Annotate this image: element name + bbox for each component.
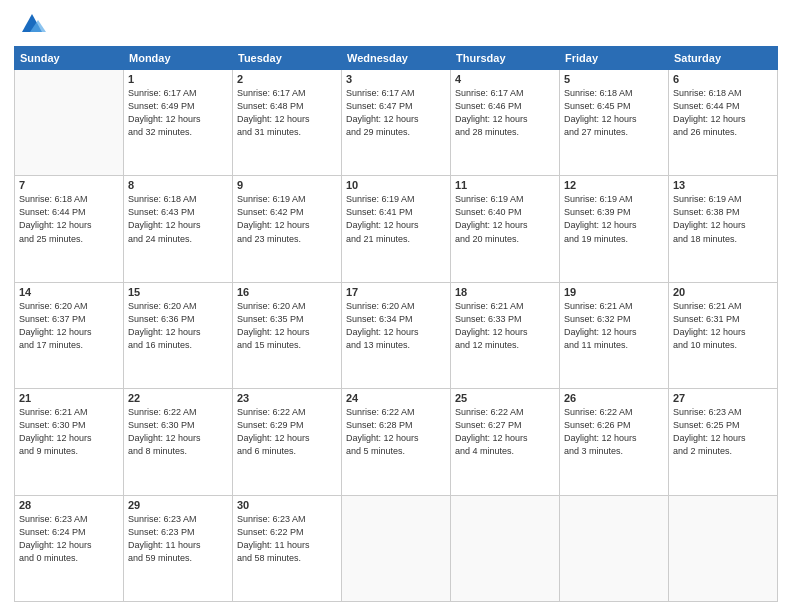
day-cell bbox=[15, 70, 124, 176]
week-row-1: 1Sunrise: 6:17 AMSunset: 6:49 PMDaylight… bbox=[15, 70, 778, 176]
day-cell: 10Sunrise: 6:19 AMSunset: 6:41 PMDayligh… bbox=[342, 176, 451, 282]
day-number: 26 bbox=[564, 392, 664, 404]
day-info: Sunrise: 6:23 AMSunset: 6:24 PMDaylight:… bbox=[19, 513, 119, 565]
day-cell: 28Sunrise: 6:23 AMSunset: 6:24 PMDayligh… bbox=[15, 495, 124, 601]
day-info: Sunrise: 6:21 AMSunset: 6:31 PMDaylight:… bbox=[673, 300, 773, 352]
day-info: Sunrise: 6:20 AMSunset: 6:36 PMDaylight:… bbox=[128, 300, 228, 352]
day-info: Sunrise: 6:18 AMSunset: 6:43 PMDaylight:… bbox=[128, 193, 228, 245]
day-info: Sunrise: 6:23 AMSunset: 6:23 PMDaylight:… bbox=[128, 513, 228, 565]
day-cell: 21Sunrise: 6:21 AMSunset: 6:30 PMDayligh… bbox=[15, 389, 124, 495]
day-number: 13 bbox=[673, 179, 773, 191]
day-cell: 13Sunrise: 6:19 AMSunset: 6:38 PMDayligh… bbox=[669, 176, 778, 282]
day-info: Sunrise: 6:18 AMSunset: 6:45 PMDaylight:… bbox=[564, 87, 664, 139]
day-number: 11 bbox=[455, 179, 555, 191]
day-cell: 25Sunrise: 6:22 AMSunset: 6:27 PMDayligh… bbox=[451, 389, 560, 495]
day-info: Sunrise: 6:17 AMSunset: 6:46 PMDaylight:… bbox=[455, 87, 555, 139]
day-number: 27 bbox=[673, 392, 773, 404]
day-info: Sunrise: 6:19 AMSunset: 6:42 PMDaylight:… bbox=[237, 193, 337, 245]
day-number: 1 bbox=[128, 73, 228, 85]
day-info: Sunrise: 6:18 AMSunset: 6:44 PMDaylight:… bbox=[673, 87, 773, 139]
day-info: Sunrise: 6:23 AMSunset: 6:22 PMDaylight:… bbox=[237, 513, 337, 565]
day-number: 4 bbox=[455, 73, 555, 85]
weekday-tuesday: Tuesday bbox=[233, 47, 342, 70]
day-info: Sunrise: 6:22 AMSunset: 6:30 PMDaylight:… bbox=[128, 406, 228, 458]
day-info: Sunrise: 6:19 AMSunset: 6:40 PMDaylight:… bbox=[455, 193, 555, 245]
day-cell: 17Sunrise: 6:20 AMSunset: 6:34 PMDayligh… bbox=[342, 282, 451, 388]
day-info: Sunrise: 6:21 AMSunset: 6:33 PMDaylight:… bbox=[455, 300, 555, 352]
header bbox=[14, 10, 778, 38]
day-cell: 9Sunrise: 6:19 AMSunset: 6:42 PMDaylight… bbox=[233, 176, 342, 282]
day-info: Sunrise: 6:21 AMSunset: 6:30 PMDaylight:… bbox=[19, 406, 119, 458]
day-info: Sunrise: 6:20 AMSunset: 6:34 PMDaylight:… bbox=[346, 300, 446, 352]
day-number: 30 bbox=[237, 499, 337, 511]
day-cell bbox=[451, 495, 560, 601]
day-number: 10 bbox=[346, 179, 446, 191]
day-cell: 23Sunrise: 6:22 AMSunset: 6:29 PMDayligh… bbox=[233, 389, 342, 495]
week-row-2: 7Sunrise: 6:18 AMSunset: 6:44 PMDaylight… bbox=[15, 176, 778, 282]
day-cell: 24Sunrise: 6:22 AMSunset: 6:28 PMDayligh… bbox=[342, 389, 451, 495]
weekday-header-row: SundayMondayTuesdayWednesdayThursdayFrid… bbox=[15, 47, 778, 70]
weekday-monday: Monday bbox=[124, 47, 233, 70]
day-info: Sunrise: 6:20 AMSunset: 6:35 PMDaylight:… bbox=[237, 300, 337, 352]
day-cell: 26Sunrise: 6:22 AMSunset: 6:26 PMDayligh… bbox=[560, 389, 669, 495]
day-number: 21 bbox=[19, 392, 119, 404]
day-cell: 8Sunrise: 6:18 AMSunset: 6:43 PMDaylight… bbox=[124, 176, 233, 282]
day-cell: 1Sunrise: 6:17 AMSunset: 6:49 PMDaylight… bbox=[124, 70, 233, 176]
day-info: Sunrise: 6:20 AMSunset: 6:37 PMDaylight:… bbox=[19, 300, 119, 352]
day-number: 2 bbox=[237, 73, 337, 85]
day-cell: 6Sunrise: 6:18 AMSunset: 6:44 PMDaylight… bbox=[669, 70, 778, 176]
day-number: 9 bbox=[237, 179, 337, 191]
day-number: 23 bbox=[237, 392, 337, 404]
day-number: 7 bbox=[19, 179, 119, 191]
day-cell: 15Sunrise: 6:20 AMSunset: 6:36 PMDayligh… bbox=[124, 282, 233, 388]
day-info: Sunrise: 6:19 AMSunset: 6:41 PMDaylight:… bbox=[346, 193, 446, 245]
day-cell: 29Sunrise: 6:23 AMSunset: 6:23 PMDayligh… bbox=[124, 495, 233, 601]
day-cell: 5Sunrise: 6:18 AMSunset: 6:45 PMDaylight… bbox=[560, 70, 669, 176]
day-number: 17 bbox=[346, 286, 446, 298]
day-info: Sunrise: 6:22 AMSunset: 6:26 PMDaylight:… bbox=[564, 406, 664, 458]
day-number: 8 bbox=[128, 179, 228, 191]
calendar-table: SundayMondayTuesdayWednesdayThursdayFrid… bbox=[14, 46, 778, 602]
day-info: Sunrise: 6:19 AMSunset: 6:39 PMDaylight:… bbox=[564, 193, 664, 245]
day-info: Sunrise: 6:22 AMSunset: 6:27 PMDaylight:… bbox=[455, 406, 555, 458]
day-number: 18 bbox=[455, 286, 555, 298]
day-info: Sunrise: 6:18 AMSunset: 6:44 PMDaylight:… bbox=[19, 193, 119, 245]
day-cell: 20Sunrise: 6:21 AMSunset: 6:31 PMDayligh… bbox=[669, 282, 778, 388]
day-cell: 4Sunrise: 6:17 AMSunset: 6:46 PMDaylight… bbox=[451, 70, 560, 176]
day-number: 25 bbox=[455, 392, 555, 404]
day-number: 28 bbox=[19, 499, 119, 511]
day-cell: 16Sunrise: 6:20 AMSunset: 6:35 PMDayligh… bbox=[233, 282, 342, 388]
logo bbox=[14, 10, 46, 38]
day-cell: 2Sunrise: 6:17 AMSunset: 6:48 PMDaylight… bbox=[233, 70, 342, 176]
day-cell: 18Sunrise: 6:21 AMSunset: 6:33 PMDayligh… bbox=[451, 282, 560, 388]
day-cell: 22Sunrise: 6:22 AMSunset: 6:30 PMDayligh… bbox=[124, 389, 233, 495]
day-number: 16 bbox=[237, 286, 337, 298]
day-info: Sunrise: 6:17 AMSunset: 6:49 PMDaylight:… bbox=[128, 87, 228, 139]
day-cell bbox=[669, 495, 778, 601]
day-number: 19 bbox=[564, 286, 664, 298]
day-info: Sunrise: 6:22 AMSunset: 6:29 PMDaylight:… bbox=[237, 406, 337, 458]
day-info: Sunrise: 6:19 AMSunset: 6:38 PMDaylight:… bbox=[673, 193, 773, 245]
weekday-saturday: Saturday bbox=[669, 47, 778, 70]
day-cell: 12Sunrise: 6:19 AMSunset: 6:39 PMDayligh… bbox=[560, 176, 669, 282]
day-info: Sunrise: 6:21 AMSunset: 6:32 PMDaylight:… bbox=[564, 300, 664, 352]
day-cell: 19Sunrise: 6:21 AMSunset: 6:32 PMDayligh… bbox=[560, 282, 669, 388]
day-number: 20 bbox=[673, 286, 773, 298]
day-cell bbox=[560, 495, 669, 601]
day-number: 15 bbox=[128, 286, 228, 298]
weekday-friday: Friday bbox=[560, 47, 669, 70]
day-cell: 7Sunrise: 6:18 AMSunset: 6:44 PMDaylight… bbox=[15, 176, 124, 282]
day-cell bbox=[342, 495, 451, 601]
day-number: 14 bbox=[19, 286, 119, 298]
week-row-3: 14Sunrise: 6:20 AMSunset: 6:37 PMDayligh… bbox=[15, 282, 778, 388]
day-cell: 14Sunrise: 6:20 AMSunset: 6:37 PMDayligh… bbox=[15, 282, 124, 388]
day-info: Sunrise: 6:22 AMSunset: 6:28 PMDaylight:… bbox=[346, 406, 446, 458]
day-cell: 11Sunrise: 6:19 AMSunset: 6:40 PMDayligh… bbox=[451, 176, 560, 282]
day-info: Sunrise: 6:17 AMSunset: 6:47 PMDaylight:… bbox=[346, 87, 446, 139]
day-number: 12 bbox=[564, 179, 664, 191]
day-cell: 3Sunrise: 6:17 AMSunset: 6:47 PMDaylight… bbox=[342, 70, 451, 176]
day-number: 6 bbox=[673, 73, 773, 85]
week-row-5: 28Sunrise: 6:23 AMSunset: 6:24 PMDayligh… bbox=[15, 495, 778, 601]
weekday-sunday: Sunday bbox=[15, 47, 124, 70]
day-cell: 27Sunrise: 6:23 AMSunset: 6:25 PMDayligh… bbox=[669, 389, 778, 495]
